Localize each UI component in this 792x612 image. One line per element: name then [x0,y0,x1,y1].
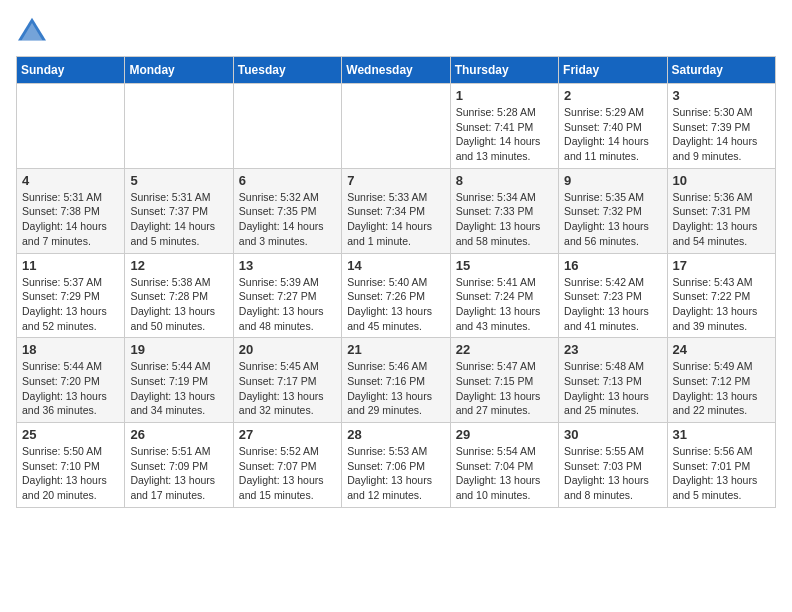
logo-icon [16,16,48,44]
calendar-week-row: 1Sunrise: 5:28 AM Sunset: 7:41 PM Daylig… [17,84,776,169]
calendar-cell: 25Sunrise: 5:50 AM Sunset: 7:10 PM Dayli… [17,423,125,508]
day-number: 28 [347,427,444,442]
calendar-cell: 8Sunrise: 5:34 AM Sunset: 7:33 PM Daylig… [450,168,558,253]
day-detail: Sunrise: 5:48 AM Sunset: 7:13 PM Dayligh… [564,359,661,418]
calendar-cell: 10Sunrise: 5:36 AM Sunset: 7:31 PM Dayli… [667,168,775,253]
calendar-week-row: 11Sunrise: 5:37 AM Sunset: 7:29 PM Dayli… [17,253,776,338]
day-number: 3 [673,88,770,103]
day-number: 7 [347,173,444,188]
day-number: 16 [564,258,661,273]
calendar-cell: 26Sunrise: 5:51 AM Sunset: 7:09 PM Dayli… [125,423,233,508]
calendar-week-row: 18Sunrise: 5:44 AM Sunset: 7:20 PM Dayli… [17,338,776,423]
day-detail: Sunrise: 5:42 AM Sunset: 7:23 PM Dayligh… [564,275,661,334]
day-header-monday: Monday [125,57,233,84]
day-detail: Sunrise: 5:49 AM Sunset: 7:12 PM Dayligh… [673,359,770,418]
calendar-cell [17,84,125,169]
day-number: 31 [673,427,770,442]
day-number: 26 [130,427,227,442]
day-detail: Sunrise: 5:54 AM Sunset: 7:04 PM Dayligh… [456,444,553,503]
day-detail: Sunrise: 5:34 AM Sunset: 7:33 PM Dayligh… [456,190,553,249]
day-number: 19 [130,342,227,357]
day-number: 13 [239,258,336,273]
day-detail: Sunrise: 5:46 AM Sunset: 7:16 PM Dayligh… [347,359,444,418]
day-detail: Sunrise: 5:40 AM Sunset: 7:26 PM Dayligh… [347,275,444,334]
day-header-wednesday: Wednesday [342,57,450,84]
calendar-table: SundayMondayTuesdayWednesdayThursdayFrid… [16,56,776,508]
calendar-cell: 7Sunrise: 5:33 AM Sunset: 7:34 PM Daylig… [342,168,450,253]
day-detail: Sunrise: 5:29 AM Sunset: 7:40 PM Dayligh… [564,105,661,164]
day-number: 21 [347,342,444,357]
day-detail: Sunrise: 5:38 AM Sunset: 7:28 PM Dayligh… [130,275,227,334]
calendar-cell: 12Sunrise: 5:38 AM Sunset: 7:28 PM Dayli… [125,253,233,338]
day-number: 8 [456,173,553,188]
logo [16,16,52,44]
day-detail: Sunrise: 5:45 AM Sunset: 7:17 PM Dayligh… [239,359,336,418]
day-detail: Sunrise: 5:39 AM Sunset: 7:27 PM Dayligh… [239,275,336,334]
calendar-header-row: SundayMondayTuesdayWednesdayThursdayFrid… [17,57,776,84]
day-header-saturday: Saturday [667,57,775,84]
day-detail: Sunrise: 5:36 AM Sunset: 7:31 PM Dayligh… [673,190,770,249]
calendar-week-row: 4Sunrise: 5:31 AM Sunset: 7:38 PM Daylig… [17,168,776,253]
calendar-cell: 28Sunrise: 5:53 AM Sunset: 7:06 PM Dayli… [342,423,450,508]
calendar-cell: 24Sunrise: 5:49 AM Sunset: 7:12 PM Dayli… [667,338,775,423]
calendar-cell: 19Sunrise: 5:44 AM Sunset: 7:19 PM Dayli… [125,338,233,423]
day-number: 23 [564,342,661,357]
day-detail: Sunrise: 5:44 AM Sunset: 7:19 PM Dayligh… [130,359,227,418]
day-detail: Sunrise: 5:44 AM Sunset: 7:20 PM Dayligh… [22,359,119,418]
day-number: 17 [673,258,770,273]
day-detail: Sunrise: 5:50 AM Sunset: 7:10 PM Dayligh… [22,444,119,503]
calendar-cell: 11Sunrise: 5:37 AM Sunset: 7:29 PM Dayli… [17,253,125,338]
day-number: 27 [239,427,336,442]
day-number: 4 [22,173,119,188]
calendar-cell: 22Sunrise: 5:47 AM Sunset: 7:15 PM Dayli… [450,338,558,423]
day-detail: Sunrise: 5:28 AM Sunset: 7:41 PM Dayligh… [456,105,553,164]
calendar-cell: 30Sunrise: 5:55 AM Sunset: 7:03 PM Dayli… [559,423,667,508]
day-number: 15 [456,258,553,273]
calendar-cell: 14Sunrise: 5:40 AM Sunset: 7:26 PM Dayli… [342,253,450,338]
day-number: 2 [564,88,661,103]
calendar-cell: 6Sunrise: 5:32 AM Sunset: 7:35 PM Daylig… [233,168,341,253]
day-detail: Sunrise: 5:55 AM Sunset: 7:03 PM Dayligh… [564,444,661,503]
calendar-cell: 3Sunrise: 5:30 AM Sunset: 7:39 PM Daylig… [667,84,775,169]
day-number: 20 [239,342,336,357]
calendar-cell: 23Sunrise: 5:48 AM Sunset: 7:13 PM Dayli… [559,338,667,423]
day-number: 25 [22,427,119,442]
calendar-cell: 18Sunrise: 5:44 AM Sunset: 7:20 PM Dayli… [17,338,125,423]
day-detail: Sunrise: 5:56 AM Sunset: 7:01 PM Dayligh… [673,444,770,503]
calendar-cell [125,84,233,169]
day-detail: Sunrise: 5:41 AM Sunset: 7:24 PM Dayligh… [456,275,553,334]
day-header-tuesday: Tuesday [233,57,341,84]
day-number: 1 [456,88,553,103]
day-detail: Sunrise: 5:35 AM Sunset: 7:32 PM Dayligh… [564,190,661,249]
calendar-cell: 27Sunrise: 5:52 AM Sunset: 7:07 PM Dayli… [233,423,341,508]
calendar-cell: 29Sunrise: 5:54 AM Sunset: 7:04 PM Dayli… [450,423,558,508]
day-number: 10 [673,173,770,188]
calendar-cell [233,84,341,169]
calendar-cell: 16Sunrise: 5:42 AM Sunset: 7:23 PM Dayli… [559,253,667,338]
day-number: 9 [564,173,661,188]
day-header-friday: Friday [559,57,667,84]
day-number: 12 [130,258,227,273]
calendar-cell: 31Sunrise: 5:56 AM Sunset: 7:01 PM Dayli… [667,423,775,508]
calendar-cell: 4Sunrise: 5:31 AM Sunset: 7:38 PM Daylig… [17,168,125,253]
day-header-sunday: Sunday [17,57,125,84]
calendar-cell: 15Sunrise: 5:41 AM Sunset: 7:24 PM Dayli… [450,253,558,338]
day-header-thursday: Thursday [450,57,558,84]
calendar-cell [342,84,450,169]
day-detail: Sunrise: 5:37 AM Sunset: 7:29 PM Dayligh… [22,275,119,334]
calendar-cell: 20Sunrise: 5:45 AM Sunset: 7:17 PM Dayli… [233,338,341,423]
day-number: 30 [564,427,661,442]
day-number: 14 [347,258,444,273]
calendar-cell: 13Sunrise: 5:39 AM Sunset: 7:27 PM Dayli… [233,253,341,338]
day-detail: Sunrise: 5:51 AM Sunset: 7:09 PM Dayligh… [130,444,227,503]
day-detail: Sunrise: 5:32 AM Sunset: 7:35 PM Dayligh… [239,190,336,249]
day-number: 24 [673,342,770,357]
day-detail: Sunrise: 5:52 AM Sunset: 7:07 PM Dayligh… [239,444,336,503]
day-detail: Sunrise: 5:43 AM Sunset: 7:22 PM Dayligh… [673,275,770,334]
day-number: 18 [22,342,119,357]
day-detail: Sunrise: 5:30 AM Sunset: 7:39 PM Dayligh… [673,105,770,164]
day-detail: Sunrise: 5:33 AM Sunset: 7:34 PM Dayligh… [347,190,444,249]
day-number: 5 [130,173,227,188]
calendar-cell: 17Sunrise: 5:43 AM Sunset: 7:22 PM Dayli… [667,253,775,338]
calendar-cell: 1Sunrise: 5:28 AM Sunset: 7:41 PM Daylig… [450,84,558,169]
